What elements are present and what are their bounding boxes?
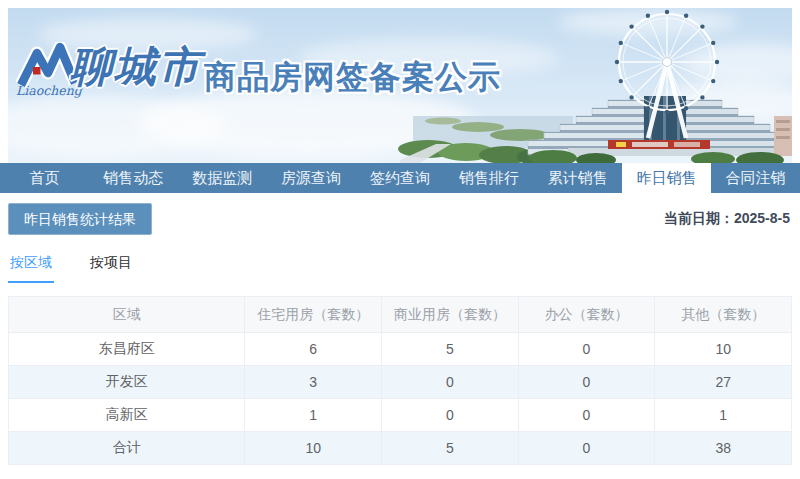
banner: Liaocheng 聊城市 商品房网签备案公示 [8,8,792,163]
count-cell: 10 [245,432,382,465]
count-cell: 0 [518,399,655,432]
table-row-3: 高新区1001 [9,399,792,432]
count-cell: 0 [382,366,519,399]
table-header-row: 区域住宅用房（套数）商业用房（套数）办公（套数）其他（套数） [9,297,792,333]
count-cell: 10 [655,333,792,366]
content: 昨日销售统计结果 当前日期：2025-8-5 按区域按项目 区域住宅用房（套数）… [8,193,792,465]
nav-item-7[interactable]: 累计销售 [533,163,622,193]
region-cell: 东昌府区 [9,333,245,366]
column-header-2: 住宅用房（套数） [245,297,382,333]
nav-item-8[interactable]: 昨日销售 [622,163,711,198]
table-body: 东昌府区65010开发区30027高新区1001合计105038 [9,333,792,465]
current-date: 当前日期：2025-8-5 [664,210,792,228]
count-cell: 0 [518,432,655,465]
table-row-2: 开发区30027 [9,366,792,399]
banner-city-name: 聊城市 [70,42,202,92]
column-header-4: 办公（套数） [518,297,655,333]
count-cell: 27 [655,366,792,399]
region-cell: 高新区 [9,399,245,432]
region-cell: 合计 [9,432,245,465]
column-header-3: 商业用房（套数） [382,297,519,333]
nav-item-9[interactable]: 合同注销 [711,163,800,193]
sales-statistics-table: 区域住宅用房（套数）商业用房（套数）办公（套数）其他（套数） 东昌府区65010… [8,296,792,465]
count-cell: 3 [245,366,382,399]
view-tabs: 按区域按项目 [8,254,792,283]
nav-item-5[interactable]: 签约查询 [356,163,445,193]
table-row-1: 东昌府区65010 [9,333,792,366]
current-date-value: 2025-8-5 [734,210,790,226]
view-tab-2[interactable]: 按项目 [88,254,134,283]
toolbar-row: 昨日销售统计结果 当前日期：2025-8-5 [8,203,792,235]
count-cell: 6 [245,333,382,366]
count-cell: 0 [518,333,655,366]
table-row-4: 合计105038 [9,432,792,465]
count-cell: 0 [518,366,655,399]
count-cell: 1 [655,399,792,432]
count-cell: 5 [382,432,519,465]
nav-item-4[interactable]: 房源查询 [267,163,356,193]
banner-title: 商品房网签备案公示 [204,57,501,97]
column-header-1: 区域 [9,297,245,333]
column-header-5: 其他（套数） [655,297,792,333]
page: Liaocheng 聊城市 商品房网签备案公示 首页销售动态数据监测房源查询签约… [0,0,800,479]
view-tab-1[interactable]: 按区域 [8,254,54,283]
region-cell: 开发区 [9,366,245,399]
yesterday-sales-result-button[interactable]: 昨日销售统计结果 [8,203,152,235]
nav-item-1[interactable]: 首页 [0,163,89,193]
count-cell: 38 [655,432,792,465]
nav-item-3[interactable]: 数据监测 [178,163,267,193]
count-cell: 0 [382,399,519,432]
count-cell: 1 [245,399,382,432]
nav-item-6[interactable]: 销售排行 [444,163,533,193]
count-cell: 5 [382,333,519,366]
main-nav: 首页销售动态数据监测房源查询签约查询销售排行累计销售昨日销售合同注销 [0,163,800,193]
nav-item-2[interactable]: 销售动态 [89,163,178,193]
current-date-label: 当前日期： [664,210,734,226]
